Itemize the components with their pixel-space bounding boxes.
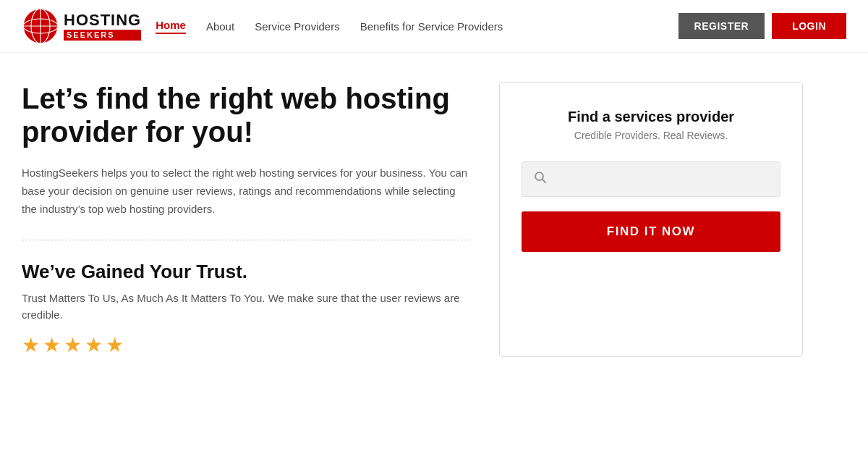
search-box [522,161,780,197]
nav-benefits[interactable]: Benefits for Service Providers [360,20,503,33]
star-1: ★ [22,333,40,357]
logo-hosting-label: HOSTING [64,12,141,28]
login-button[interactable]: LOGIN [772,13,846,39]
logo-seekers-label: SEEKERS [64,30,141,41]
header: HOSTING SEEKERS Home About Service Provi… [0,0,868,53]
logo-text: HOSTING SEEKERS [64,12,141,41]
star-2: ★ [43,333,61,357]
nav-about[interactable]: About [206,20,234,33]
search-icon [534,171,547,188]
star-5: ★ [106,333,124,357]
nav-service-providers[interactable]: Service Providers [255,20,340,33]
main-content: Let’s find the right web hosting provide… [0,53,868,379]
svg-line-7 [542,180,545,182]
trust-title: We’ve Gained Your Trust. [22,261,470,283]
trust-description: Trust Matters To Us, As Much As It Matte… [22,290,470,323]
find-provider-card: Find a services provider Credible Provid… [499,82,803,357]
left-column: Let’s find the right web hosting provide… [22,82,470,357]
star-3: ★ [64,333,82,357]
nav-home[interactable]: Home [156,19,186,34]
main-nav: Home About Service Providers Benefits fo… [156,19,678,34]
find-it-now-button[interactable]: FIND IT NOW [522,211,780,252]
logo-globe-icon [22,7,59,45]
star-4: ★ [85,333,103,357]
hero-title: Let’s find the right web hosting provide… [22,82,470,148]
search-input[interactable] [554,173,768,185]
section-divider [22,240,470,240]
header-buttons: REGISTER LOGIN [678,13,846,39]
star-rating: ★ ★ ★ ★ ★ [22,333,470,357]
card-title: Find a services provider [568,109,734,125]
logo: HOSTING SEEKERS [22,7,141,45]
register-button[interactable]: REGISTER [678,13,765,39]
hero-description: HostingSeekers helps you to select the r… [22,164,470,218]
card-subtitle: Credible Providers. Real Reviews. [574,130,728,141]
